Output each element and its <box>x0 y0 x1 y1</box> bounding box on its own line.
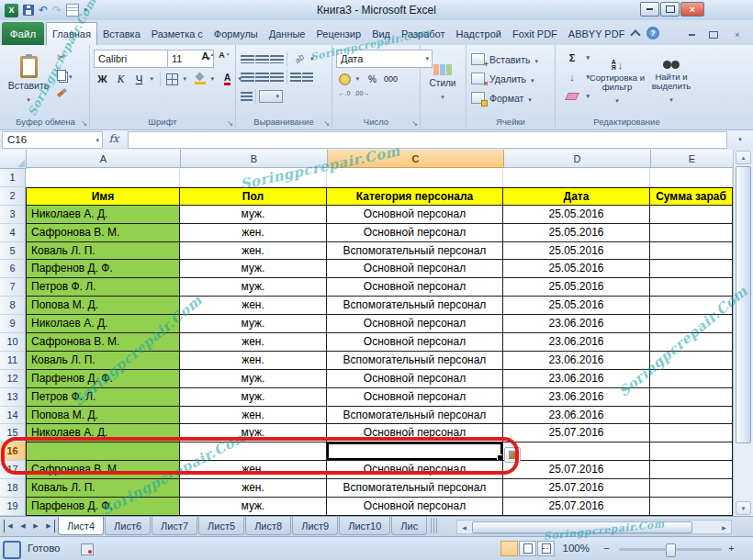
row-header-13[interactable]: 13 <box>0 388 26 407</box>
cell-A6[interactable]: Парфенов Д. Ф. <box>26 260 180 278</box>
cell-A13[interactable]: Петров Ф. Л. <box>26 388 180 407</box>
tab-Foxit PDF[interactable]: Foxit PDF <box>507 22 563 45</box>
tab-splitter[interactable] <box>431 518 437 533</box>
cell-E11[interactable] <box>650 352 733 370</box>
workbook-restore-button[interactable] <box>705 28 722 40</box>
page-layout-view-button[interactable] <box>519 541 536 556</box>
zoom-level[interactable]: 100% <box>563 543 590 554</box>
cell-E16[interactable] <box>650 442 733 461</box>
tab-Рецензир[interactable]: Рецензир <box>310 22 366 45</box>
cell-D9[interactable]: 23.06.2016 <box>503 315 650 333</box>
cell-E8[interactable] <box>650 297 733 315</box>
column-header-B[interactable]: B <box>181 150 328 168</box>
cell-B4[interactable]: жен. <box>180 224 327 242</box>
align-top-icon[interactable] <box>241 55 254 63</box>
cell-E12[interactable] <box>650 370 733 388</box>
cell-A4[interactable]: Сафронова В. М. <box>26 224 180 242</box>
collapse-ribbon-icon[interactable] <box>630 29 640 39</box>
formula-bar-expand-icon[interactable]: ▼ <box>732 133 748 146</box>
cell-E7[interactable] <box>650 278 733 297</box>
cell-B3[interactable]: муж. <box>180 206 327 224</box>
align-left-icon[interactable] <box>241 73 254 83</box>
number-dialog-launcher-icon[interactable]: ↘ <box>411 120 418 128</box>
name-box[interactable]: C16 <box>2 131 103 149</box>
tab-Вид[interactable]: Вид <box>366 22 396 45</box>
accounting-format-button[interactable] <box>336 70 363 88</box>
cell-C4[interactable]: Основной персонал <box>327 224 503 242</box>
help-button[interactable]: ? <box>646 27 659 39</box>
row-header-6[interactable]: 6 <box>0 260 26 278</box>
row-header-4[interactable]: 4 <box>0 224 26 242</box>
italic-button[interactable]: К <box>112 70 129 88</box>
cell-C13[interactable]: Основной персонал <box>327 388 503 407</box>
tab-Данные[interactable]: Данные <box>264 22 311 45</box>
fill-button[interactable]: ↓ <box>559 69 592 84</box>
cell-A15[interactable]: Николаев А. Д. <box>26 424 180 442</box>
tab-Формулы[interactable]: Формулы <box>208 22 264 45</box>
cell-B6[interactable]: муж. <box>180 260 327 278</box>
grow-font-icon[interactable]: А▲ <box>200 50 216 67</box>
row-header-2[interactable]: 2 <box>0 187 26 206</box>
cell-A10[interactable]: Сафронова В. М. <box>26 333 180 352</box>
comma-style-button[interactable]: 000 <box>382 70 399 88</box>
tab-ABBYY PDF[interactable]: ABBYY PDF <box>563 22 631 45</box>
increase-decimal-icon[interactable]: ←.0 <box>336 90 353 96</box>
sheet-tab-Лис[interactable]: Лис <box>391 517 427 535</box>
cell-A2[interactable]: Имя <box>26 187 180 206</box>
decrease-indent-icon[interactable] <box>290 73 301 83</box>
cell-C3[interactable]: Основной персонал <box>327 206 503 224</box>
cell-C1[interactable] <box>327 169 503 187</box>
row-header-3[interactable]: 3 <box>0 206 26 224</box>
number-format-select[interactable]: Дата <box>336 50 433 68</box>
cell-D15[interactable]: 25.07.2016 <box>503 424 650 442</box>
cell-E2[interactable]: Сумма зараб <box>650 187 733 206</box>
clipboard-dialog-launcher-icon[interactable]: ↘ <box>81 120 87 128</box>
scroll-left-icon[interactable]: ◀ <box>457 524 471 531</box>
cell-A14[interactable]: Попова М. Д. <box>26 407 180 425</box>
orientation-icon[interactable]: ab <box>290 52 316 65</box>
column-header-D[interactable]: D <box>504 150 651 168</box>
cell-B2[interactable]: Пол <box>180 187 327 206</box>
copy-icon[interactable] <box>57 69 73 81</box>
cell-C5[interactable]: Вспомогательный персонал <box>327 242 503 261</box>
cell-E18[interactable] <box>650 479 733 498</box>
next-sheet-button[interactable]: ▶ <box>30 520 41 532</box>
prev-sheet-button[interactable]: ◀ <box>17 520 28 532</box>
cell-E6[interactable] <box>650 260 733 278</box>
cell-D19[interactable]: 25.07.2016 <box>503 498 650 516</box>
paste-button[interactable]: Вставить <box>6 48 51 112</box>
cell-A16[interactable] <box>26 442 180 461</box>
cell-A18[interactable]: Коваль Л. П. <box>26 479 180 498</box>
sheet-tab-Лист6[interactable]: Лист6 <box>105 517 151 535</box>
cell-C17[interactable]: Основной персонал <box>327 461 503 479</box>
tab-Вставка[interactable]: Вставка <box>97 22 146 45</box>
row-header-8[interactable]: 8 <box>0 297 26 315</box>
row-header-11[interactable]: 11 <box>0 352 26 370</box>
cell-D17[interactable]: 25.07.2016 <box>503 461 650 479</box>
cell-A17[interactable]: Сафронова В. М. <box>26 461 180 479</box>
cell-E9[interactable] <box>650 315 733 333</box>
column-header-A[interactable]: A <box>27 150 181 168</box>
row-header-1[interactable]: 1 <box>0 169 26 187</box>
cell-E15[interactable] <box>650 424 733 442</box>
formula-input[interactable] <box>128 131 727 149</box>
tab-Надстрой[interactable]: Надстрой <box>451 22 507 45</box>
merge-center-icon[interactable] <box>259 90 283 103</box>
cell-B18[interactable]: жен. <box>180 479 327 498</box>
row-header-12[interactable]: 12 <box>0 370 26 388</box>
zoom-slider-thumb[interactable] <box>666 543 676 557</box>
cell-D7[interactable]: 25.05.2016 <box>503 278 650 297</box>
format-painter-icon[interactable] <box>57 86 73 98</box>
row-header-9[interactable]: 9 <box>0 315 26 333</box>
sheet-tab-Лист7[interactable]: Лист7 <box>152 517 197 535</box>
cell-B12[interactable]: муж. <box>180 370 327 388</box>
cell-A8[interactable]: Попова М. Д. <box>26 297 180 315</box>
maximize-button[interactable] <box>660 2 680 17</box>
align-middle-icon[interactable] <box>255 55 269 63</box>
align-right-icon[interactable] <box>270 73 284 83</box>
last-sheet-button[interactable]: ▶ <box>43 520 55 532</box>
insert-cells-button[interactable]: + Вставить <box>471 50 538 68</box>
cell-D12[interactable]: 23.06.2016 <box>503 370 650 388</box>
sheet-tab-Лист9[interactable]: Лист9 <box>292 517 338 535</box>
tab-file[interactable]: Файл <box>2 22 44 45</box>
